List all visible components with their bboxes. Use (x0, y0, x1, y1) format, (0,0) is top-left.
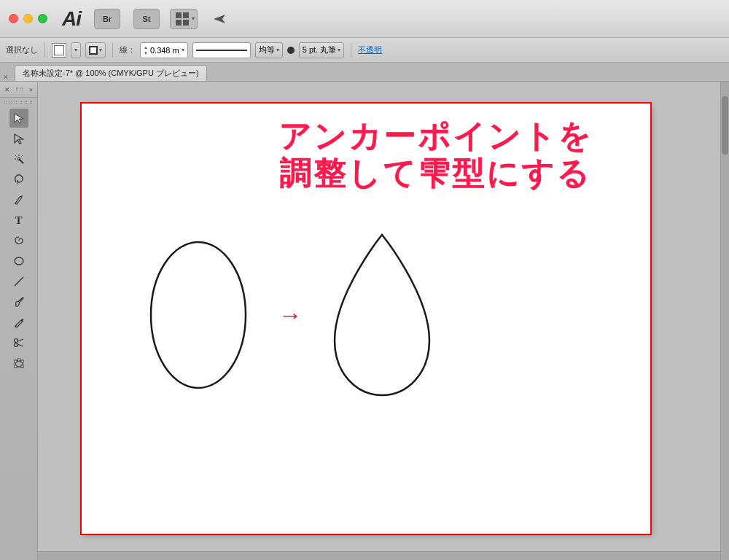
document-tab[interactable]: 名称未設定-7* @ 100% (CMYK/GPU プレビュー) (15, 65, 207, 81)
minimize-button[interactable] (23, 14, 33, 23)
svg-marker-1 (15, 134, 23, 144)
stroke-style-preview[interactable] (192, 42, 251, 58)
close-button[interactable] (9, 14, 18, 23)
svg-line-16 (17, 344, 23, 346)
send-to-device-icon[interactable] (208, 9, 231, 29)
separator-3 (351, 43, 351, 58)
tab-label: 名称未設定-7* @ 100% (CMYK/GPU プレビュー) (23, 68, 199, 79)
options-bar: 選択なし ▾ ▾ 線： ▲ ▼ 0.348 m ▾ 均等 ▾ 5 pt. 丸筆 … (0, 38, 729, 63)
svg-rect-20 (15, 365, 17, 368)
direct-selection-tool-button[interactable] (9, 129, 28, 148)
svg-rect-21 (21, 365, 23, 368)
type-tool-button[interactable]: T (9, 211, 28, 230)
shapes-container: → (140, 228, 440, 402)
teardrop-shape (324, 228, 440, 402)
vertical-scroll-thumb[interactable] (722, 96, 728, 155)
app-title-label: Ai (62, 7, 81, 31)
toolbox: ✕ ⠿⠿ » ⠶⠶⠶⠶⠶⠶ (0, 82, 38, 560)
line-label: 線： (120, 44, 136, 55)
fill-dropdown[interactable]: ▾ (71, 42, 81, 58)
stock-icon[interactable]: St (133, 9, 160, 29)
selection-tool-button[interactable] (9, 109, 28, 128)
svg-line-2 (19, 159, 23, 163)
heading-line1: アンカーポイントを (227, 118, 643, 155)
tab-close-icon[interactable]: ✕ (3, 74, 9, 81)
paintbrush-tool-button[interactable] (9, 292, 28, 311)
svg-point-10 (20, 197, 22, 198)
separator-2 (112, 43, 113, 58)
toolbox-expand-icon[interactable]: » (29, 86, 33, 93)
svg-point-11 (15, 257, 23, 265)
svg-point-13 (14, 339, 17, 343)
selection-label: 選択なし (6, 44, 38, 55)
toolbox-drag-handle: ⠶⠶⠶⠶⠶⠶ (0, 98, 37, 108)
fill-color-box[interactable] (52, 43, 66, 58)
svg-line-15 (17, 339, 23, 341)
canvas-area[interactable]: アンカーポイントを 調整して雫型にする → (38, 82, 729, 560)
heading-line2: 調整して雫型にする (227, 155, 643, 192)
maximize-button[interactable] (38, 14, 47, 23)
svg-line-12 (15, 277, 23, 286)
traffic-lights (9, 14, 47, 23)
lasso-tool-button[interactable] (9, 170, 28, 189)
main-area: ✕ ⠿⠿ » ⠶⠶⠶⠶⠶⠶ (0, 82, 729, 560)
svg-point-14 (14, 343, 17, 347)
pencil-tool-button[interactable] (9, 313, 28, 332)
workspace-switcher-icon[interactable]: ▾ (170, 9, 198, 29)
vertical-scrollbar[interactable] (720, 82, 729, 560)
pen-tool-button[interactable] (9, 190, 28, 209)
brush-dropdown[interactable]: 5 pt. 丸筆 ▾ (299, 42, 344, 58)
heading-text-container: アンカーポイントを 調整して雫型にする (227, 118, 643, 192)
stroke-dropdown[interactable]: ▾ (85, 42, 106, 58)
free-transform-tool-button[interactable] (9, 354, 28, 373)
line-tool-button[interactable] (9, 272, 28, 291)
arrow-right-symbol: → (278, 302, 302, 329)
bridge-icon[interactable]: Br (94, 9, 120, 29)
line-width-input[interactable]: ▲ ▼ 0.348 m ▾ (140, 42, 188, 58)
horizontal-scrollbar[interactable] (38, 551, 720, 560)
stroke-align-dropdown[interactable]: 均等 ▾ (255, 42, 283, 58)
svg-line-5 (15, 155, 17, 157)
toolbox-close-icon[interactable]: ✕ (4, 86, 10, 93)
svg-point-23 (151, 242, 246, 388)
separator-1 (44, 43, 45, 58)
scissors-tool-button[interactable] (9, 333, 28, 352)
svg-line-6 (21, 155, 23, 157)
opacity-link[interactable]: 不透明 (358, 44, 382, 55)
ellipse-tool-button[interactable] (9, 252, 28, 271)
magic-wand-tool-button[interactable] (9, 149, 28, 168)
spiral-tool-button[interactable] (9, 231, 28, 250)
svg-rect-18 (15, 360, 17, 362)
svg-rect-22 (17, 359, 20, 361)
artboard: アンカーポイントを 調整して雫型にする → (82, 104, 650, 534)
oval-shape (140, 235, 257, 395)
tab-bar: ✕ 名称未設定-7* @ 100% (CMYK/GPU プレビュー) (0, 63, 729, 82)
titlebar: Ai Br St ▾ (0, 0, 729, 38)
toolbox-grip: ⠿⠿ (15, 87, 24, 93)
svg-rect-19 (21, 360, 23, 362)
round-dot (287, 47, 295, 54)
toolbox-header: ✕ ⠿⠿ » (0, 82, 37, 98)
svg-marker-0 (15, 114, 23, 123)
